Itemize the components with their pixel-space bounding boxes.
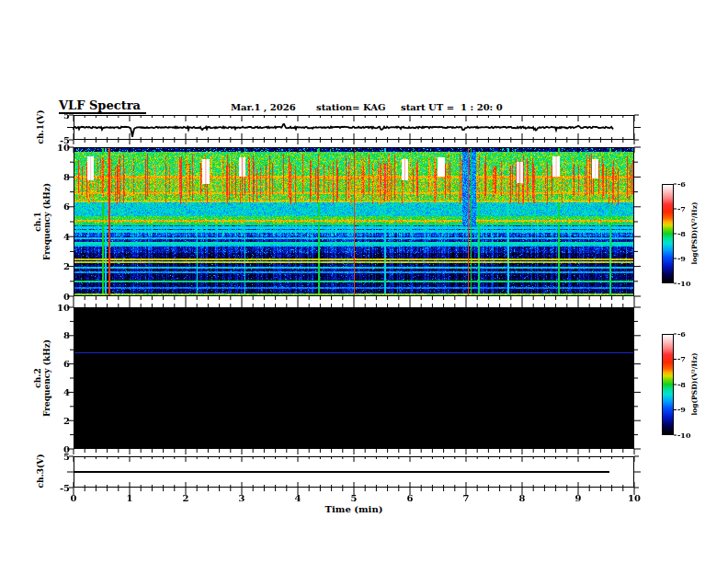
- colorbar-tick-label: -9: [677, 255, 698, 263]
- colorbar-ch1: [662, 184, 674, 283]
- freq-tick-label: 10: [46, 143, 70, 153]
- waveform-trace: [74, 124, 613, 137]
- time-tick-label: 4: [289, 493, 307, 503]
- time-axis-label: Time (min): [308, 504, 400, 514]
- ch2-frequency-axis-label-line2: Frequency (kHz): [42, 327, 51, 429]
- ch1-frequency-axis-label: ch.1 Frequency (kHz): [33, 171, 51, 272]
- freq-tick-label: 0: [46, 292, 70, 302]
- colorbar-tick-label: -7: [677, 205, 698, 213]
- y-tick-label: -5: [46, 483, 70, 493]
- panel-border: [74, 457, 634, 488]
- colorbar-tick-label: -10: [677, 431, 698, 440]
- time-tick-label: 3: [233, 493, 251, 503]
- freq-tick-label: 2: [46, 416, 70, 426]
- ch2-spectrogram-canvas: [74, 307, 634, 449]
- time-tick-label: 5: [345, 493, 363, 503]
- colorbar-tick-label: -6: [677, 330, 698, 339]
- colorbar-ch2: [662, 334, 674, 435]
- vlf-spectra-figure: VLF Spectra Mar.1 , 2026 station= KAG st…: [0, 0, 728, 563]
- freq-tick-label: 4: [46, 387, 70, 397]
- freq-tick-label: 8: [46, 172, 70, 182]
- freq-tick-label: 10: [46, 303, 70, 313]
- time-tick-label: 10: [625, 493, 643, 503]
- ch1-frequency-axis-label-line1: ch.1: [33, 171, 42, 272]
- page-title: VLF Spectra: [59, 98, 146, 114]
- time-tick-label: 9: [569, 493, 587, 503]
- time-tick-label: 6: [401, 493, 419, 503]
- freq-tick-label: 6: [46, 201, 70, 212]
- colorbar-tick-label: -9: [677, 406, 698, 414]
- start-ut-label: start UT = 1 : 20: 0: [401, 102, 503, 112]
- colorbar-tick-label: -6: [677, 180, 698, 189]
- ch1-voltage-axis-label: ch.1(V): [36, 90, 45, 164]
- y-tick-label: 5: [46, 110, 70, 121]
- time-tick-label: 7: [457, 493, 475, 503]
- freq-tick-label: 4: [46, 232, 70, 242]
- freq-tick-label: 6: [46, 359, 70, 369]
- ch1-spectrogram-canvas: [74, 147, 634, 296]
- ch2-frequency-axis-label: ch.2 Frequency (kHz): [33, 327, 51, 429]
- freq-tick-label: 2: [46, 261, 70, 271]
- time-tick-label: 0: [64, 493, 83, 503]
- time-tick-label: 2: [176, 493, 195, 503]
- time-tick-label: 8: [513, 493, 531, 503]
- ch3-voltage-axis-label: ch.3(V): [36, 434, 45, 508]
- station-label: station= KAG: [316, 102, 386, 112]
- time-tick-label: 1: [120, 493, 139, 503]
- colorbar-tick-label: -8: [677, 230, 698, 238]
- ch2-frequency-axis-label-line1: ch.2: [33, 327, 42, 429]
- freq-tick-label: 8: [46, 330, 70, 340]
- colorbar-tick-label: -7: [677, 355, 698, 363]
- date-label: Mar.1 , 2026: [231, 102, 296, 112]
- ch1-frequency-axis-label-line2: Frequency (kHz): [42, 171, 51, 272]
- panel-border: [74, 116, 634, 140]
- freq-tick-label: 0: [46, 444, 70, 454]
- colorbar-tick-label: -8: [677, 381, 698, 389]
- colorbar-tick-label: -10: [677, 280, 698, 288]
